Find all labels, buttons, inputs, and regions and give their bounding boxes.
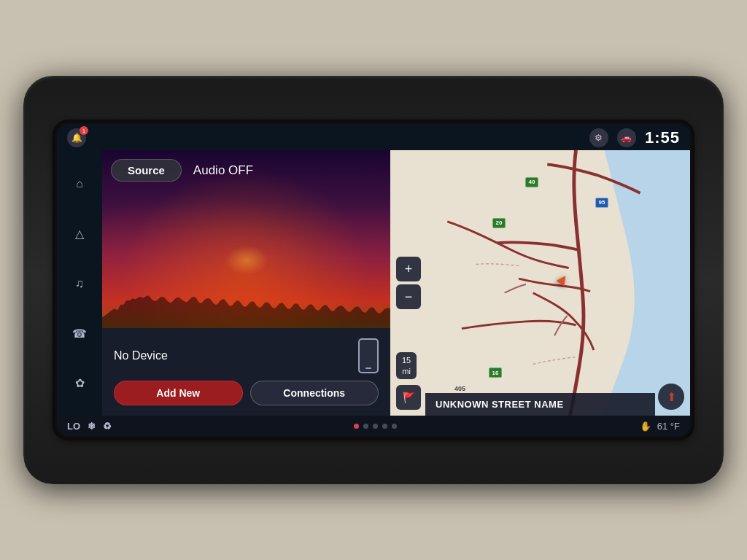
shield-20: 20 — [492, 218, 506, 228]
sidebar-fan-icon[interactable]: ✿ — [67, 371, 92, 396]
notification-badge: 1 — [80, 126, 88, 135]
dot-3[interactable] — [373, 424, 378, 429]
map-zoom-controls: + − — [396, 257, 421, 309]
bottom-bar: LO ❄ ♻ ✋ 61 °F — [57, 416, 690, 436]
source-bar: Source Audio OFF — [111, 159, 382, 182]
no-device-label: No Device — [114, 349, 168, 362]
air-icon: ♻ — [103, 421, 112, 432]
route-405-label: 405 — [454, 381, 465, 394]
fan-level-label: LO — [67, 421, 80, 432]
car-surround: 🔔 1 ⚙ 🚗 1:55 ⌂ △ ♫ ☎ ✿ — [23, 76, 724, 484]
shield-16: 16 — [489, 368, 502, 378]
phone-silhouette-icon — [358, 338, 379, 373]
settings-icon-top[interactable]: ⚙ — [589, 128, 608, 147]
phone-icon-container — [358, 338, 379, 373]
map-scale: 15 mi — [396, 352, 417, 379]
notification-icon[interactable]: 🔔 1 — [67, 128, 86, 147]
bottom-left-controls: LO ❄ ♻ — [67, 421, 112, 432]
zoom-in-button[interactable]: + — [396, 257, 421, 281]
time-display: 1:55 — [645, 128, 680, 147]
temperature-label: 61 °F — [657, 421, 680, 432]
seat-heat-icon: ✋ — [640, 421, 651, 432]
street-name-label: UNKNOWN STREET NAME — [425, 393, 655, 416]
source-button[interactable]: Source — [111, 159, 182, 182]
phone-buttons: Add New Connections — [114, 381, 379, 405]
sidebar-music-icon[interactable]: ♫ — [67, 271, 92, 296]
scale-unit: mi — [402, 366, 411, 376]
map-canvas — [390, 150, 690, 416]
dot-4[interactable] — [382, 424, 387, 429]
sidebar-phone-icon[interactable]: ☎ — [67, 321, 92, 346]
left-sidebar: ⌂ △ ♫ ☎ ✿ — [57, 152, 102, 416]
sidebar-nav-icon[interactable]: △ — [67, 222, 92, 246]
map-route-button[interactable]: 🚩 — [396, 385, 421, 410]
car-icon-top[interactable]: 🚗 — [617, 128, 636, 147]
route-40-shield: 40 — [525, 174, 538, 187]
fan-icon: ❄ — [88, 421, 96, 432]
map-section: 40 95 20 16 405 ▲ — [390, 150, 690, 416]
bottom-right-controls: ✋ 61 °F — [640, 421, 680, 432]
dot-2[interactable] — [363, 424, 368, 429]
connections-button[interactable]: Connections — [250, 381, 379, 405]
status-bar: 🔔 1 ⚙ 🚗 1:55 — [57, 124, 690, 152]
zoom-out-button[interactable]: − — [396, 284, 421, 309]
status-bar-left: 🔔 1 — [67, 128, 86, 147]
screen-bezel: 🔔 1 ⚙ 🚗 1:55 ⌂ △ ♫ ☎ ✿ — [53, 120, 694, 440]
dot-1[interactable] — [354, 424, 359, 429]
add-new-button[interactable]: Add New — [114, 381, 243, 405]
shield-95: 95 — [595, 198, 608, 208]
main-screen: 🔔 1 ⚙ 🚗 1:55 ⌂ △ ♫ ☎ ✿ — [57, 124, 690, 436]
route-95-shield: 95 — [595, 194, 608, 208]
pagination-dots — [354, 424, 397, 429]
route-16-shield: 16 — [489, 365, 502, 378]
shield-40: 40 — [525, 177, 538, 187]
scale-value: 15 — [402, 355, 411, 365]
main-content: Source Audio OFF No Device — [102, 150, 690, 416]
no-device-row: No Device — [114, 338, 379, 373]
status-bar-right: ⚙ 🚗 1:55 — [589, 128, 680, 147]
dot-5[interactable] — [392, 424, 397, 429]
map-compass[interactable]: ⬆ — [658, 384, 684, 410]
phone-section: No Device Add New Connections — [102, 328, 390, 416]
spotlight-effect — [225, 246, 268, 275]
sidebar-home-icon[interactable]: ⌂ — [67, 171, 92, 196]
audio-status-label: Audio OFF — [193, 163, 253, 178]
crowd-silhouette — [102, 292, 390, 328]
route-20-shield: 20 — [492, 214, 506, 228]
audio-section: Source Audio OFF — [102, 150, 390, 328]
left-panel: Source Audio OFF No Device — [102, 150, 390, 416]
